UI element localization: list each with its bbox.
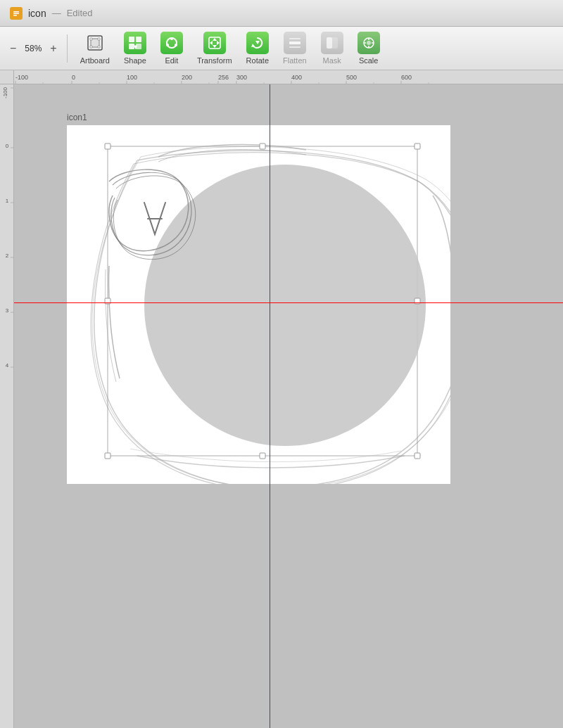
flatten-tool-button[interactable]: Flatten	[277, 29, 312, 68]
zoom-in-button[interactable]: +	[47, 41, 59, 56]
canvas-area[interactable]: icon1	[14, 84, 563, 728]
document-icon	[10, 7, 23, 20]
ruler-corner	[0, 70, 14, 84]
rotate-tool-button[interactable]: Rotate	[241, 29, 274, 68]
svg-rect-1	[13, 11, 19, 13]
svg-rect-77	[260, 143, 265, 149]
artboard-icon	[84, 32, 106, 54]
svg-rect-10	[129, 37, 134, 42]
svg-point-18	[166, 44, 169, 46]
svg-text:400: 400	[291, 74, 302, 81]
artboard-label: icon1	[67, 113, 87, 122]
artboard-canvas	[67, 125, 450, 484]
ruler-horizontal: -100 0 100 200 256 300 400 500	[14, 70, 563, 84]
shape-icon: ▾	[124, 32, 146, 54]
svg-rect-81	[105, 453, 110, 459]
svg-marker-22	[210, 41, 213, 45]
transform-tool-button[interactable]: Transform	[191, 29, 238, 68]
scale-tool-label: Scale	[359, 56, 379, 65]
crosshair-horizontal-left	[14, 302, 67, 303]
artboard-tool-label: Artboard	[80, 56, 110, 65]
title-separator: —	[52, 8, 61, 18]
svg-rect-11	[136, 37, 141, 42]
shape-tool-button[interactable]: ▾ Shape	[118, 29, 152, 68]
svg-text:500: 500	[346, 74, 357, 81]
svg-rect-78	[415, 143, 420, 149]
document-title: icon	[28, 8, 46, 19]
svg-rect-2	[13, 13, 19, 14]
zoom-value: 58%	[20, 44, 46, 53]
svg-rect-9	[98, 46, 100, 48]
svg-text:4: 4	[6, 362, 9, 369]
svg-text:300: 300	[236, 74, 247, 81]
ruler-vertical: -100 0 1 2 3 4	[0, 84, 14, 728]
svg-rect-7	[98, 38, 100, 40]
crosshair-horizontal-right	[450, 302, 563, 303]
mask-tool-button[interactable]: Mask	[315, 29, 349, 68]
scale-icon	[358, 32, 380, 54]
rotate-tool-label: Rotate	[246, 56, 269, 65]
svg-marker-21	[213, 45, 217, 48]
sketch-svg	[67, 125, 450, 484]
svg-point-75	[144, 165, 426, 446]
svg-point-16	[170, 37, 173, 40]
svg-marker-20	[213, 38, 217, 41]
zoom-out-button[interactable]: −	[7, 41, 19, 56]
zoom-controls: − 58% +	[7, 41, 60, 56]
svg-text:2: 2	[6, 253, 9, 259]
svg-text:0: 0	[6, 143, 9, 149]
svg-rect-3	[13, 15, 17, 16]
svg-text:600: 600	[401, 74, 412, 81]
shape-tool-label: Shape	[124, 56, 146, 65]
svg-text:-100: -100	[2, 87, 8, 98]
toolbar-separator-1	[67, 34, 68, 63]
edit-tool-button[interactable]: Edit	[155, 29, 189, 68]
toolbar: − 58% + Artboard	[0, 27, 563, 70]
crosshair-vertical-bottom	[270, 484, 270, 728]
title-bar: icon — Edited	[0, 0, 563, 27]
rotate-icon	[246, 32, 269, 54]
svg-rect-76	[105, 143, 110, 149]
crosshair-vertical	[270, 125, 270, 484]
svg-point-17	[175, 44, 177, 46]
svg-text:100: 100	[127, 74, 137, 81]
mask-icon	[321, 32, 343, 54]
edit-tool-label: Edit	[165, 56, 178, 65]
svg-rect-26	[289, 38, 301, 39]
svg-text:3: 3	[6, 307, 9, 314]
transform-icon	[203, 32, 226, 54]
svg-text:-100: -100	[15, 74, 28, 81]
svg-rect-27	[289, 46, 301, 48]
crosshair-horizontal	[67, 302, 450, 303]
svg-rect-82	[260, 453, 265, 459]
transform-tool-label: Transform	[197, 56, 232, 65]
svg-text:▾: ▾	[132, 43, 137, 51]
svg-text:1: 1	[6, 198, 9, 204]
flatten-tool-label: Flatten	[283, 56, 307, 65]
edit-icon	[160, 32, 183, 54]
flatten-icon	[284, 32, 306, 54]
svg-marker-23	[217, 41, 220, 45]
svg-rect-6	[90, 38, 92, 40]
svg-text:0: 0	[72, 74, 75, 81]
mask-tool-label: Mask	[323, 56, 341, 65]
crosshair-vertical-top	[270, 84, 270, 125]
edited-indicator: Edited	[67, 8, 93, 18]
svg-rect-29	[327, 37, 332, 49]
svg-rect-83	[415, 453, 420, 459]
svg-text:200: 200	[182, 74, 192, 81]
svg-text:256: 256	[218, 74, 229, 81]
svg-rect-25	[289, 41, 301, 44]
scale-tool-button[interactable]: Scale	[352, 29, 386, 68]
svg-point-31	[367, 41, 371, 45]
artboard-tool-button[interactable]: Artboard	[75, 29, 115, 68]
svg-rect-8	[90, 46, 92, 48]
